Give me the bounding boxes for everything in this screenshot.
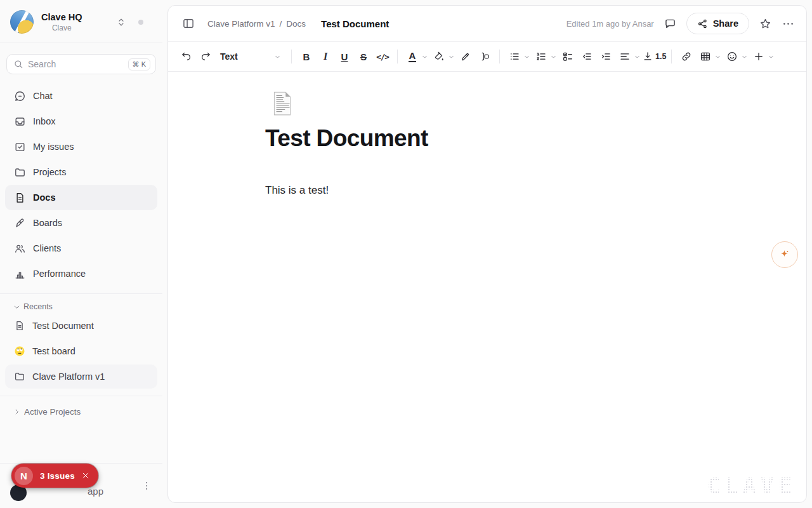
breadcrumb[interactable]: Clave Platform v1 / Docs: [207, 19, 306, 29]
workspace-org: Clave: [52, 23, 72, 32]
recent-item-label: Test Document: [32, 321, 94, 331]
dots-vertical-icon[interactable]: [141, 480, 152, 491]
document-icon: [14, 320, 25, 331]
sidebar-item-projects[interactable]: Projects: [5, 159, 157, 185]
sidebar-item-inbox[interactable]: Inbox: [5, 109, 157, 134]
undo-button[interactable]: [177, 47, 196, 66]
sidebar-item-label: Docs: [33, 192, 55, 203]
sidebar-item-chat[interactable]: Chat: [5, 83, 157, 109]
workspace-name: Clave HQ: [41, 12, 82, 22]
more-options-icon[interactable]: [782, 17, 795, 30]
search-input[interactable]: [28, 59, 128, 69]
search-box[interactable]: ⌘ K: [6, 54, 156, 74]
active-projects-toggle[interactable]: Active Projects: [0, 403, 162, 420]
active-projects-label: Active Projects: [24, 407, 81, 417]
sidebar-item-boards[interactable]: Boards: [5, 210, 157, 236]
strikethrough-button[interactable]: S: [354, 47, 373, 66]
document-page-emoji[interactable]: [269, 90, 296, 117]
comment-icon[interactable]: [664, 17, 677, 30]
redo-button[interactable]: [196, 47, 215, 66]
chevron-down-icon[interactable]: [634, 53, 641, 60]
chevron-down-icon[interactable]: [550, 53, 557, 60]
users-icon: [14, 243, 26, 255]
text-color-icon: A: [409, 51, 417, 62]
bar-chart-icon: [14, 268, 26, 280]
breadcrumb-section[interactable]: Docs: [286, 19, 306, 29]
share-button[interactable]: Share: [686, 13, 749, 34]
chevron-down-icon: [274, 53, 281, 60]
sidebar-item-clients[interactable]: Clients: [5, 236, 157, 261]
divider: [499, 50, 500, 64]
check-square-icon: [14, 141, 26, 153]
highlight-fill-button[interactable]: [429, 47, 449, 66]
inbox-tray-icon: [14, 116, 26, 128]
chevron-down-icon[interactable]: [768, 53, 775, 60]
underline-button[interactable]: U: [335, 47, 354, 66]
document-body-text[interactable]: This is a test!: [265, 184, 781, 197]
sidebar-item-my-issues[interactable]: My issues: [5, 134, 157, 159]
table-button[interactable]: [696, 47, 715, 66]
sidebar-nav: Chat Inbox My issues Projects Docs Board…: [0, 83, 162, 286]
outdent-button[interactable]: [577, 47, 596, 66]
bold-button[interactable]: B: [297, 47, 316, 66]
sidebar-item-label: Chat: [33, 91, 53, 101]
breadcrumb-separator: /: [280, 19, 282, 29]
issues-notification-badge[interactable]: N 3 Issues: [11, 464, 98, 488]
chevron-down-icon[interactable]: [741, 53, 748, 60]
divider: [291, 50, 292, 64]
marker-highlighter-button[interactable]: [456, 47, 475, 66]
sidebar-item-label: Boards: [33, 218, 62, 228]
code-button[interactable]: </>: [373, 47, 392, 66]
clear-formatting-button[interactable]: [475, 47, 494, 66]
block-type-dropdown[interactable]: Text: [215, 47, 286, 66]
document-panel: Clave Platform v1 / Docs Test Document E…: [167, 5, 807, 503]
sidebar-item-performance[interactable]: Performance: [5, 261, 157, 286]
chevron-right-icon: [13, 408, 21, 416]
editor-canvas[interactable]: Test Document This is a test!: [168, 72, 806, 197]
text-color-button[interactable]: A: [403, 47, 422, 66]
recent-item-label: Clave Platform v1: [32, 371, 105, 382]
notification-avatar: N: [15, 467, 33, 485]
line-height-button[interactable]: 1.5: [642, 47, 666, 66]
link-button[interactable]: [677, 47, 696, 66]
recent-item-test-document[interactable]: Test Document: [5, 314, 157, 338]
ai-assistant-button[interactable]: [771, 241, 798, 268]
chevron-down-icon[interactable]: [523, 53, 530, 60]
workspace-names: Clave HQ Clave: [41, 12, 82, 32]
document-title[interactable]: Test Document: [265, 125, 781, 152]
emoji-button[interactable]: [723, 47, 742, 66]
favorite-star-icon[interactable]: [759, 17, 772, 30]
close-icon[interactable]: [81, 471, 90, 480]
edited-status: Edited 1m ago by Ansar: [566, 19, 654, 29]
sidebar-item-label: Inbox: [33, 116, 55, 126]
recent-item-label: Test board: [32, 346, 75, 356]
sidebar-footer: app N 3 Issues: [0, 463, 162, 508]
document-tab-title[interactable]: Test Document: [321, 18, 389, 29]
chevron-down-icon[interactable]: [714, 53, 721, 60]
issues-count-label: 3 Issues: [40, 471, 75, 481]
chevron-down-icon[interactable]: [421, 53, 428, 60]
recent-item-test-board[interactable]: Test board: [5, 339, 157, 363]
breadcrumb-project[interactable]: Clave Platform v1: [207, 19, 275, 29]
chevron-down-icon[interactable]: [448, 53, 455, 60]
status-dot: [138, 20, 143, 25]
workspace-logo: [10, 10, 34, 34]
search-shortcut: ⌘ K: [128, 58, 150, 70]
chevron-up-down-icon[interactable]: [115, 17, 127, 28]
bullet-list-button[interactable]: [505, 47, 524, 66]
sidebar-item-label: My issues: [33, 142, 74, 152]
insert-plus-button[interactable]: [749, 47, 768, 66]
workspace-switcher[interactable]: Clave HQ Clave: [0, 0, 162, 43]
recents-header[interactable]: Recents: [0, 301, 162, 312]
numbered-list-button[interactable]: [532, 47, 551, 66]
divider: [397, 50, 398, 64]
chat-bubble-icon: [14, 90, 26, 102]
indent-button[interactable]: [596, 47, 615, 66]
header-actions: Edited 1m ago by Ansar Share: [566, 13, 795, 34]
recent-item-clave-platform-v1[interactable]: Clave Platform v1: [5, 364, 157, 389]
sidebar-toggle-icon[interactable]: [182, 17, 195, 30]
checklist-button[interactable]: [558, 47, 577, 66]
italic-button[interactable]: I: [316, 47, 335, 66]
sidebar-item-docs[interactable]: Docs: [5, 185, 157, 210]
align-button[interactable]: [615, 47, 634, 66]
